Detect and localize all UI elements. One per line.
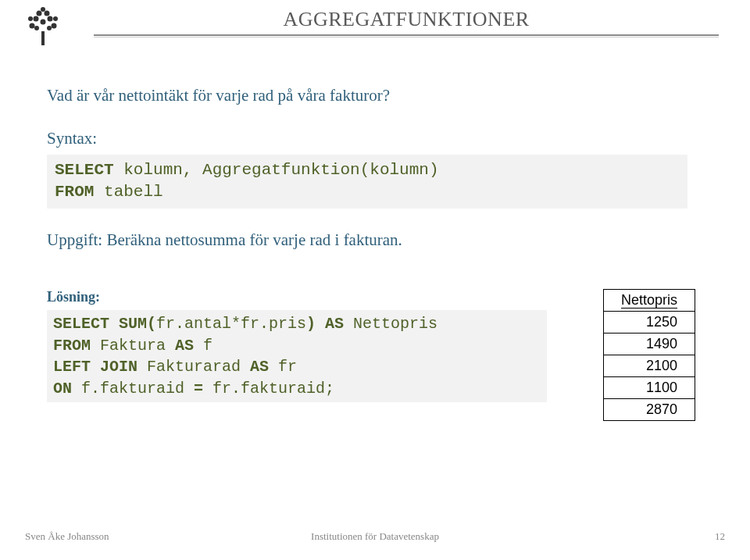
kw: LEFT JOIN bbox=[53, 358, 138, 376]
footer-institution: Institutionen för Datavetenskap bbox=[0, 530, 750, 543]
title-underline bbox=[94, 34, 719, 36]
intro-text: Vad är vår nettointäkt för varje rad på … bbox=[47, 86, 390, 105]
code-text: f bbox=[194, 337, 212, 355]
svg-point-10 bbox=[41, 7, 45, 12]
kw: SELECT SUM( bbox=[53, 315, 156, 333]
table-row: 1250 bbox=[603, 312, 695, 334]
code-text: tabell bbox=[94, 183, 162, 201]
kw: FROM bbox=[53, 337, 91, 355]
kw-select: SELECT bbox=[55, 161, 114, 179]
solution-label: Lösning: bbox=[47, 289, 547, 305]
uppgift-text: Uppgift: Beräkna nettosumma för varje ra… bbox=[47, 230, 402, 250]
svg-point-11 bbox=[34, 26, 39, 30]
table-cell: 2870 bbox=[603, 399, 695, 421]
kw: = bbox=[194, 380, 203, 398]
code-text: Fakturarad bbox=[138, 358, 250, 376]
svg-point-8 bbox=[28, 16, 33, 21]
table-cell: 1490 bbox=[603, 334, 695, 355]
svg-point-4 bbox=[30, 23, 35, 29]
kw-from: FROM bbox=[55, 183, 94, 201]
svg-point-5 bbox=[52, 23, 57, 29]
svg-point-2 bbox=[34, 16, 39, 22]
syntax-label: Syntax: bbox=[47, 129, 688, 148]
footer: Sven Åke Johansson Institutionen för Dat… bbox=[0, 530, 750, 546]
code-text: fr.antal*fr.pris bbox=[156, 315, 306, 333]
table-cell: 1100 bbox=[603, 377, 695, 399]
syntax-code: SELECT kolumn, Aggregatfunktion(kolumn) … bbox=[55, 159, 680, 204]
kw: ) AS bbox=[306, 315, 344, 333]
svg-point-7 bbox=[45, 11, 50, 16]
code-text: fr.fakturaid; bbox=[203, 380, 334, 398]
table-row: 2870 bbox=[603, 399, 695, 421]
title-bar: AGGREGATFUNKTIONER bbox=[94, 8, 719, 36]
code-text: fr bbox=[269, 358, 297, 376]
code-text: f.fakturaid bbox=[72, 380, 194, 398]
svg-point-9 bbox=[53, 16, 58, 21]
table-row: 1100 bbox=[603, 377, 695, 399]
kw: ON bbox=[53, 380, 72, 398]
syntax-block: Syntax: SELECT kolumn, Aggregatfunktion(… bbox=[47, 129, 688, 209]
kw: AS bbox=[250, 358, 269, 376]
slide-title: AGGREGATFUNKTIONER bbox=[94, 8, 719, 31]
table-row: 2100 bbox=[603, 355, 695, 377]
code-text: Nettopris bbox=[344, 315, 438, 333]
table-header-text: Nettopris bbox=[621, 292, 677, 309]
code-text: kolumn, Aggregatfunktion(kolumn) bbox=[114, 161, 439, 179]
kw: AS bbox=[175, 337, 194, 355]
code-text: Faktura bbox=[91, 337, 175, 355]
table-row: 1490 bbox=[603, 334, 695, 355]
table-header: Nettopris bbox=[603, 290, 695, 312]
syntax-code-box: SELECT kolumn, Aggregatfunktion(kolumn) … bbox=[47, 155, 688, 209]
svg-point-3 bbox=[48, 16, 53, 22]
table-cell: 2100 bbox=[603, 355, 695, 377]
svg-point-1 bbox=[41, 20, 46, 25]
svg-point-6 bbox=[37, 11, 42, 16]
solution-block: Lösning: SELECT SUM(fr.antal*fr.pris) AS… bbox=[47, 289, 547, 402]
tree-logo-icon bbox=[22, 5, 64, 47]
page-number: 12 bbox=[715, 530, 725, 543]
table-cell: 1250 bbox=[603, 312, 695, 334]
svg-point-12 bbox=[47, 26, 52, 30]
solution-code: SELECT SUM(fr.antal*fr.pris) AS Nettopri… bbox=[47, 310, 547, 402]
result-table: Nettopris 1250 1490 2100 1100 2870 bbox=[603, 289, 695, 421]
svg-rect-0 bbox=[41, 31, 45, 45]
